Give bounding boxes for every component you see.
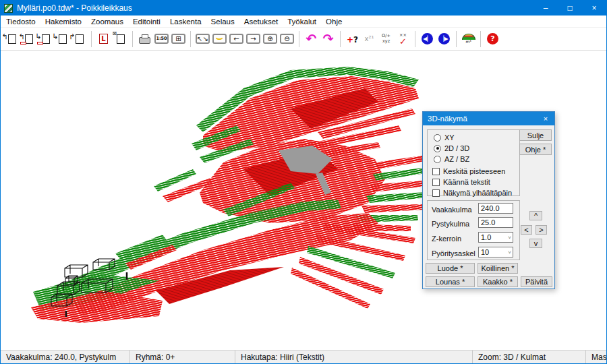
toolbar-separator — [456, 31, 457, 47]
query-point-icon[interactable]: +? — [344, 30, 361, 48]
radio-label: 2D / 3D — [444, 144, 469, 152]
toolbar-separator — [132, 31, 133, 47]
chevron-down-icon[interactable]: ˅ — [508, 235, 511, 241]
print-icon[interactable] — [136, 30, 153, 48]
terrain-polygon — [362, 204, 424, 213]
toolbar-separator — [91, 31, 92, 47]
page-setup-icon[interactable]: ⊞ — [170, 30, 187, 48]
sulje-button[interactable]: Sulje — [519, 129, 552, 141]
radio-circle-selected — [434, 145, 441, 152]
checkbox-label: Näkymä ylhäältäpäin — [443, 189, 512, 197]
rotate-right-button[interactable]: > — [536, 225, 547, 235]
radio-circle — [434, 156, 441, 163]
menu-asetukset[interactable]: Asetukset — [244, 18, 279, 26]
window-title: Mylläri.po0.tdw* - Poikkileikkaus — [17, 3, 132, 13]
rotate-left-button[interactable]: < — [521, 225, 532, 235]
radio-label: XY — [444, 133, 455, 142]
coordinates-xyz-icon[interactable]: O/+xyz — [378, 30, 395, 48]
menu-selaus[interactable]: Selaus — [211, 18, 235, 26]
paivita-button[interactable]: Päivitä — [521, 276, 552, 287]
app-window: Mylläri.po0.tdw* - Poikkileikkaus – □ × … — [0, 0, 607, 364]
zoom-out-icon[interactable]: ⊖ — [279, 30, 295, 48]
pystykulma-input[interactable]: 25.0 — [478, 217, 513, 228]
toolbar: ↰↰↳↳↱L⊠1:50⊞↖↘)←→⊕⊖↶↷+?x²¹O/+xyz××✓◀▏▕▶m… — [1, 28, 606, 51]
terrain-polygon — [366, 192, 428, 203]
chevron-down-icon[interactable]: ˅ — [508, 249, 511, 255]
point-number-icon[interactable]: x²¹ — [361, 30, 378, 48]
menu-zoomaus[interactable]: Zoomaus — [91, 18, 123, 26]
open-file-icon[interactable]: ↰ — [3, 30, 20, 48]
menu-tyokalut[interactable]: Työkalut — [287, 18, 316, 26]
toolbar-separator — [480, 31, 481, 47]
checkbox-kaanna-tekstit[interactable]: Käännä tekstit — [432, 177, 490, 187]
undo-icon[interactable]: ↶ — [303, 30, 320, 48]
prev-section-icon[interactable]: ◀▏ — [419, 30, 436, 48]
checkbox-keskita-pisteeseen[interactable]: Keskitä pisteeseen — [432, 166, 505, 176]
next-section-icon[interactable]: ▕▶ — [436, 30, 453, 48]
menu-tiedosto[interactable]: Tiedosto — [6, 18, 36, 26]
checkbox-nakyma-ylhaaltapain[interactable]: Näkymä ylhäältäpäin — [432, 188, 512, 198]
zoom-fit-icon[interactable]: ↖↘ — [194, 30, 211, 48]
pyoritysaskel-label: Pyöritysaskel — [432, 248, 475, 259]
status-group: Ryhmä: 0+ — [130, 351, 235, 363]
drawing-canvas[interactable]: 3D-näkymä × XY 2D / 3D AZ / BZ — [1, 51, 606, 350]
z-kerroin-label: Z-kerroin — [432, 233, 461, 244]
save-file-icon[interactable]: ↳ — [37, 30, 54, 48]
help-icon[interactable]: ? — [484, 30, 501, 48]
dialog-close-icon[interactable]: × — [537, 115, 554, 123]
copy-file-icon[interactable]: ↳ — [54, 30, 71, 48]
close-drawing-icon[interactable]: ⊠ — [112, 30, 129, 48]
ref-drawing-icon[interactable]: L — [95, 30, 112, 48]
toolbar-separator — [299, 31, 299, 47]
minimize-button[interactable]: – — [533, 1, 558, 16]
vaakakulma-input[interactable]: 240.0 — [478, 203, 513, 214]
checkbox-square — [432, 179, 440, 186]
radio-az-bz[interactable]: AZ / BZ — [434, 154, 469, 164]
combo-value: 1.0 — [481, 233, 491, 241]
zoom-object-icon[interactable]: ) — [211, 30, 228, 48]
lounas-button[interactable]: Lounas * — [426, 276, 475, 287]
maximize-button[interactable]: □ — [558, 1, 582, 16]
menu-ohje[interactable]: Ohje — [326, 18, 342, 26]
3d-view-dialog: 3D-näkymä × XY 2D / 3D AZ / BZ — [422, 111, 555, 289]
status-angles: Vaakakulma: 240.0, Pystykulm — [1, 351, 130, 363]
radio-label: AZ / BZ — [444, 155, 469, 163]
luode-button[interactable]: Luode * — [426, 263, 475, 274]
toolbar-separator — [415, 31, 415, 47]
menu-hakemisto[interactable]: Hakemisto — [45, 18, 82, 26]
koillinen-button[interactable]: Koillinen * — [478, 263, 518, 274]
zoom-in-icon[interactable]: ⊕ — [262, 30, 279, 48]
menu-bar: Tiedosto Hakemisto Zoomaus Editointi Las… — [1, 16, 606, 28]
z-kerroin-combo[interactable]: 1.0 ˅ — [478, 232, 513, 243]
pan-left-icon[interactable]: ← — [228, 30, 245, 48]
import-file-icon[interactable]: ↱ — [71, 30, 88, 48]
open-file-ref-icon[interactable]: ↰ — [20, 30, 37, 48]
ohje-button[interactable]: Ohje * — [519, 144, 552, 155]
radio-circle — [434, 134, 441, 142]
volumes-m3-icon[interactable]: m³ — [460, 30, 477, 48]
pyoritysaskel-combo[interactable]: 10 ˅ — [478, 247, 513, 257]
close-button[interactable]: × — [582, 1, 606, 16]
kaakko-button[interactable]: Kaakko * — [478, 276, 518, 287]
status-bar: Vaakakulma: 240.0, Pystykulm Ryhmä: 0+ H… — [1, 350, 606, 363]
check-coordinates-icon[interactable]: ××✓ — [395, 30, 411, 48]
print-scale-icon[interactable]: 1:50 — [153, 30, 170, 48]
app-icon — [4, 4, 13, 13]
radio-2d-3d[interactable]: 2D / 3D — [434, 144, 469, 153]
title-bar[interactable]: Mylläri.po0.tdw* - Poikkileikkaus – □ × — [1, 1, 606, 16]
checkbox-square — [432, 189, 440, 197]
checkbox-label: Keskitä pisteeseen — [443, 167, 505, 175]
menu-editointi[interactable]: Editointi — [133, 18, 161, 26]
pan-right-icon[interactable]: → — [245, 30, 262, 48]
rotate-down-button[interactable]: v — [529, 239, 542, 248]
dialog-title-bar[interactable]: 3D-näkymä × — [423, 112, 554, 125]
status-zoom: Zoom: 3D / Kulmat — [473, 351, 586, 363]
rotate-up-button[interactable]: ^ — [529, 211, 542, 220]
checkbox-square — [432, 168, 440, 175]
radio-xy[interactable]: XY — [434, 133, 455, 142]
vaakakulma-label: Vaakakulma — [432, 204, 472, 215]
redo-icon[interactable]: ↷ — [320, 30, 337, 48]
pystykulma-label: Pystykulma — [432, 218, 469, 229]
menu-laskenta[interactable]: Laskenta — [170, 18, 202, 26]
status-mask: Mask — [586, 351, 606, 363]
